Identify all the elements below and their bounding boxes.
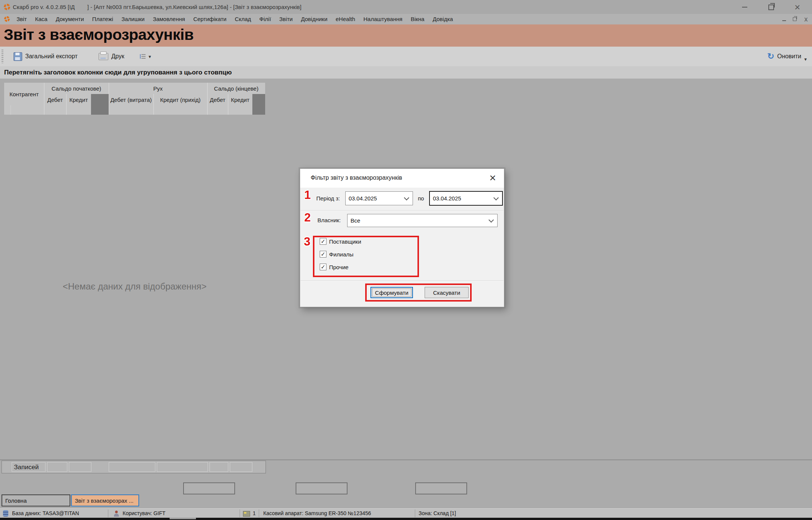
divider [301, 210, 504, 211]
close-icon: × [794, 3, 800, 11]
print-label: Друк [111, 53, 124, 60]
group-header-saldo-final[interactable]: Сальдо (кінцеве) [207, 83, 265, 94]
minimize-icon [742, 7, 747, 8]
menu-nalashtuvannya[interactable]: Налаштування [359, 14, 407, 24]
summary-box [183, 482, 235, 494]
column-header-debet-final[interactable]: Дебет [207, 94, 228, 105]
column-header-kredit-initial[interactable]: Кредит [66, 94, 91, 105]
restore-button[interactable] [763, 2, 779, 12]
period-to-select[interactable]: 03.04.2025 [429, 191, 503, 206]
status-register: Касовий апарат: Samsung ER-350 №123456 [263, 509, 371, 518]
menu-zamovlennya[interactable]: Замовлення [149, 14, 189, 24]
period-from-select[interactable]: 03.04.2025 [345, 191, 413, 205]
divider [301, 280, 504, 281]
chevron-down-icon [404, 195, 409, 200]
status-zone: Зона: Склад [1] [419, 509, 456, 518]
footer-cell [209, 462, 228, 472]
column-header-kredit-prykhid[interactable]: Кредит (прихід) [153, 94, 207, 105]
export-label: Загальний експорт [25, 53, 77, 60]
tab-holovna-label: Головна [5, 497, 27, 504]
menu-platezhi[interactable]: Платежі [88, 14, 117, 24]
mdi-restore-button[interactable] [790, 16, 800, 23]
sort-options-button[interactable]: ▾ [140, 47, 151, 66]
column-header-kredit-final[interactable]: Кредит [228, 94, 252, 105]
tab-zvit-label: Звіт з взаєморозрах ... [75, 497, 134, 504]
dark-column-final [252, 94, 265, 115]
menu-filii[interactable]: Філії [255, 14, 275, 24]
column-header-debet-vytrata[interactable]: Дебет (витрата) [109, 94, 153, 105]
checkbox-postavshchiki-label: Поставщики [329, 238, 361, 245]
menu-zalyshky[interactable]: Залишки [117, 14, 149, 24]
dialog-close-button[interactable]: × [487, 172, 499, 184]
menu-kasa[interactable]: Каса [31, 14, 52, 24]
menu-zvit[interactable]: Звіт [12, 14, 31, 24]
chevron-down-icon [489, 217, 494, 222]
chevron-down-icon [493, 195, 499, 200]
submit-button-label: Сформувати [375, 290, 408, 296]
print-button[interactable]: Друк [99, 47, 124, 66]
menu-sertyfikaty[interactable]: Сертифікати [189, 14, 231, 24]
footer-cell [230, 462, 252, 472]
refresh-button[interactable]: ↻ Оновити ▾ [767, 47, 807, 66]
database-icon [3, 510, 8, 517]
menu-bar: Звіт Каса Документи Платежі Залишки Замо… [0, 14, 812, 24]
toolbar: Загальний експорт Друк ▾ ↻ Оновити ▾ [0, 47, 812, 66]
status-bar: База даних: TASA3@TITAN Користувач: GIFT… [0, 508, 812, 518]
checkbox-checked-icon [320, 238, 326, 245]
menu-dokumenty[interactable]: Документи [52, 14, 88, 24]
summary-box [415, 482, 467, 494]
mdi-minimize-icon [782, 20, 786, 21]
user-icon [114, 511, 119, 517]
checkbox-checked-icon [320, 251, 326, 258]
close-button[interactable]: × [789, 2, 806, 12]
menu-dovidnyky[interactable]: Довідники [297, 14, 331, 24]
toolbar-grip[interactable] [2, 50, 3, 63]
group-header-rukh[interactable]: Рух [109, 83, 207, 94]
app-logo-icon-small [4, 16, 10, 22]
period-from-value: 03.04.2025 [349, 195, 377, 202]
grid-header: Контрагент Сальдо початкове) Рух Сальдо … [4, 83, 265, 115]
checkbox-filialy-label: Филиалы [329, 251, 354, 258]
page-title: Звіт з взаєморозрахунків [0, 24, 812, 44]
column-header-contragent[interactable]: Контрагент [4, 83, 44, 105]
restore-icon [768, 5, 774, 10]
export-button[interactable]: Загальний експорт [14, 47, 77, 66]
submit-button[interactable]: Сформувати [370, 287, 413, 298]
checkbox-checked-icon [320, 264, 326, 270]
mdi-close-icon: x [804, 17, 808, 22]
menu-dovidka[interactable]: Довідка [428, 14, 457, 24]
mdi-minimize-button[interactable] [779, 16, 789, 23]
tab-zvit-vzaiemorozrakhunky[interactable]: Звіт з взаєморозрах ... [71, 494, 139, 506]
page-header: Звіт з взаєморозрахунків [0, 24, 812, 47]
owner-label: Власник: [317, 217, 341, 223]
checkbox-filialy[interactable]: Филиалы [320, 251, 354, 258]
cancel-button[interactable]: Скасувати [425, 287, 469, 298]
mdi-close-button[interactable]: x [801, 16, 811, 23]
minimize-button[interactable] [736, 2, 753, 12]
checkbox-postavshchiki[interactable]: Поставщики [320, 238, 361, 245]
menu-vikna[interactable]: Вікна [407, 14, 429, 24]
chevron-down-icon: ▾ [149, 54, 151, 59]
window-title: Скарб pro v. 4.0.2.85 [ІД ] - [Апт №003 … [13, 4, 301, 10]
filter-dialog: Фільтр звіту з взаєморозрахунків × 1 Пер… [300, 168, 504, 307]
group-header-saldo-initial[interactable]: Сальдо початкове) [44, 83, 109, 94]
menu-ehealth[interactable]: eHealth [332, 14, 360, 24]
owner-select[interactable]: Все [347, 214, 498, 227]
period-from-label: Період з: [316, 195, 340, 202]
menu-sklad[interactable]: Склад [231, 14, 255, 24]
divider [0, 459, 812, 460]
mdi-restore-icon [793, 17, 797, 21]
app-logo-icon [4, 4, 10, 10]
annotation-number-1: 1 [304, 188, 311, 202]
menu-zvity[interactable]: Звіти [275, 14, 297, 24]
period-to-label: по [418, 195, 424, 202]
printer-icon [99, 53, 108, 60]
sort-list-icon [140, 53, 146, 59]
divider [108, 509, 108, 517]
tab-holovna[interactable]: Головна [2, 494, 70, 506]
checkbox-prochie[interactable]: Прочие [320, 264, 349, 270]
footer-cell [157, 462, 208, 472]
column-header-debet-initial[interactable]: Дебет [44, 94, 66, 105]
app-window: Скарб pro v. 4.0.2.85 [ІД ] - [Апт №003 … [0, 0, 812, 520]
divider [415, 509, 415, 517]
